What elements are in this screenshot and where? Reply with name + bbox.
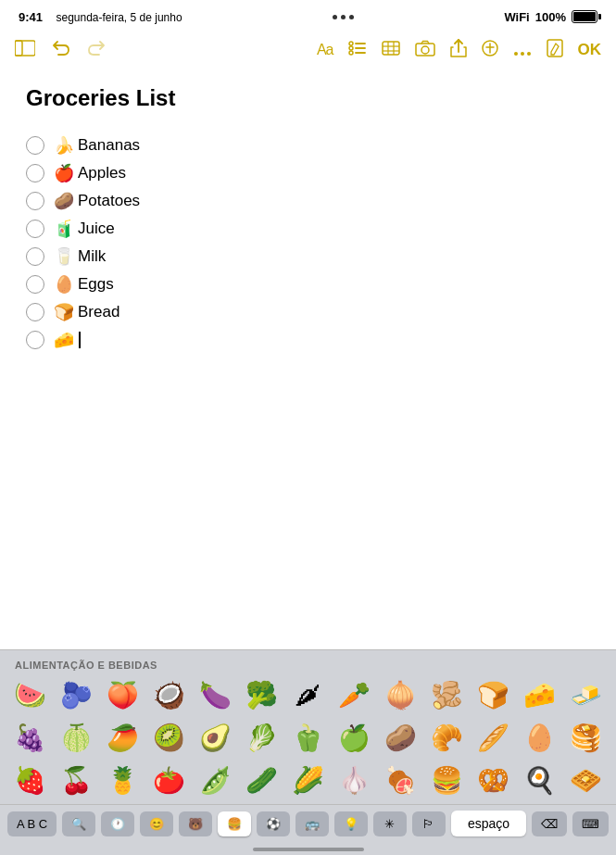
list-item[interactable]: 🍌 Bananas bbox=[26, 133, 590, 157]
emoji-onion[interactable]: 🧅 bbox=[378, 674, 422, 715]
toolbar: Aa bbox=[0, 30, 616, 70]
item-content: 🍞 Bread bbox=[54, 302, 119, 322]
list-item[interactable]: 🍎 Apples bbox=[26, 161, 590, 185]
ok-button[interactable]: OK bbox=[578, 41, 602, 59]
list-item[interactable]: 🧀 bbox=[26, 328, 590, 352]
signal-strength: 100% bbox=[535, 10, 566, 24]
emoji-frying-pan[interactable]: 🍳 bbox=[517, 760, 561, 800]
svg-point-5 bbox=[349, 42, 353, 45]
format-text-button[interactable]: Aa bbox=[317, 42, 333, 58]
emoji-pepper[interactable]: 🌶 bbox=[285, 674, 330, 715]
sports-button[interactable]: ⚽ bbox=[257, 811, 290, 836]
objects-button[interactable]: 💡 bbox=[334, 811, 368, 836]
checkbox[interactable] bbox=[26, 303, 44, 321]
emoji-cherries[interactable]: 🍒 bbox=[55, 760, 99, 800]
emoji-bellpepper[interactable]: 🫑 bbox=[285, 717, 330, 758]
pencil-button[interactable] bbox=[547, 39, 563, 62]
emoji-butter[interactable]: 🧈 bbox=[563, 674, 608, 715]
list-item[interactable]: 🥔 Potatoes bbox=[26, 189, 590, 213]
battery-icon bbox=[572, 10, 597, 23]
emoji-waffle[interactable]: 🧇 bbox=[563, 760, 608, 800]
item-content: 🧃 Juice bbox=[54, 219, 115, 239]
list-item[interactable]: 🧃 Juice bbox=[26, 217, 590, 241]
highlighter-button[interactable] bbox=[482, 39, 498, 62]
emoji-potato[interactable]: 🥔 bbox=[378, 717, 422, 758]
battery-fill bbox=[573, 12, 596, 21]
share-button[interactable] bbox=[450, 39, 467, 62]
emoji-kiwi[interactable]: 🥝 bbox=[147, 717, 192, 758]
emoji-pretzel[interactable]: 🥨 bbox=[471, 760, 515, 800]
emoji-broccoli[interactable]: 🥦 bbox=[240, 674, 284, 715]
travel-button[interactable]: 🚌 bbox=[295, 811, 329, 836]
emoji-baguette[interactable]: 🥖 bbox=[471, 717, 515, 758]
emoji-cucumber[interactable]: 🥒 bbox=[240, 760, 284, 800]
svg-point-14 bbox=[421, 46, 429, 54]
emoji-avocado[interactable]: 🥑 bbox=[194, 717, 238, 758]
emoji-apple-green[interactable]: 🍏 bbox=[332, 717, 376, 758]
emoji-cheese[interactable]: 🧀 bbox=[517, 674, 561, 715]
wifi-icon: WiFi bbox=[504, 10, 529, 24]
emoji-row: 🍇 🍈 🥭 🥝 🥑 🥬 🫑 🍏 🥔 🥐 🥖 🥚 🥞 bbox=[7, 717, 609, 758]
redo-button[interactable] bbox=[87, 40, 106, 61]
sidebar-toggle-button[interactable] bbox=[15, 40, 35, 61]
status-bar: 9:41 segunda-feira, 5 de junho WiFi 100% bbox=[0, 0, 616, 30]
emoji-peas[interactable]: 🫛 bbox=[194, 760, 238, 800]
abc-button[interactable]: A B C bbox=[7, 811, 57, 836]
emoji-pancakes[interactable]: 🥞 bbox=[563, 717, 608, 758]
note-area: Groceries List 🍌 Bananas 🍎 Apples 🥔 Pota… bbox=[0, 70, 616, 352]
emoji-lettuce[interactable]: 🥬 bbox=[240, 717, 284, 758]
item-content: 🍎 Apples bbox=[54, 163, 126, 183]
animals-button[interactable]: 🐻 bbox=[179, 811, 212, 836]
list-item[interactable]: 🥚 Eggs bbox=[26, 272, 590, 296]
emoji-bread[interactable]: 🍞 bbox=[471, 674, 515, 715]
checkbox[interactable] bbox=[26, 220, 44, 238]
checkbox[interactable] bbox=[26, 275, 44, 294]
emoji-grapes[interactable]: 🍇 bbox=[8, 717, 53, 758]
svg-point-18 bbox=[527, 52, 531, 56]
checkbox[interactable] bbox=[26, 136, 44, 155]
checkbox[interactable] bbox=[26, 164, 44, 182]
svg-rect-1 bbox=[15, 41, 35, 56]
emoji-meat[interactable]: 🍖 bbox=[378, 760, 422, 800]
search-button[interactable]: 🔍 bbox=[62, 811, 95, 836]
emoji-pineapple[interactable]: 🍍 bbox=[101, 760, 145, 800]
table-button[interactable] bbox=[382, 40, 400, 61]
flags-button[interactable]: 🏳 bbox=[412, 811, 446, 836]
symbols-button[interactable]: ✳ bbox=[373, 811, 407, 836]
list-item[interactable]: 🥛 Milk bbox=[26, 245, 590, 269]
keyboard-switch-button[interactable]: ⌨ bbox=[572, 811, 609, 836]
emoji-peach[interactable]: 🍑 bbox=[101, 674, 145, 715]
delete-button[interactable]: ⌫ bbox=[532, 811, 567, 836]
emoji-mango[interactable]: 🥭 bbox=[101, 717, 145, 758]
emoji-oil[interactable]: 🫚 bbox=[424, 674, 469, 715]
emoji-eggplant[interactable]: 🍆 bbox=[194, 674, 238, 715]
emoji-watermelon[interactable]: 🍉 bbox=[8, 674, 53, 715]
emoji-carrot[interactable]: 🥕 bbox=[332, 674, 376, 715]
emoji-melon[interactable]: 🍈 bbox=[55, 717, 99, 758]
status-dots bbox=[333, 15, 354, 19]
emoji-coconut[interactable]: 🥥 bbox=[147, 674, 192, 715]
emoji-burger[interactable]: 🍔 bbox=[424, 760, 469, 800]
more-button[interactable] bbox=[513, 40, 532, 61]
emoji-tomato[interactable]: 🍅 bbox=[147, 760, 192, 800]
emoji-egg[interactable]: 🥚 bbox=[517, 717, 561, 758]
checklist-button[interactable] bbox=[348, 40, 367, 61]
toolbar-left bbox=[15, 40, 317, 61]
svg-rect-8 bbox=[383, 42, 399, 55]
checkbox[interactable] bbox=[26, 247, 44, 266]
camera-button[interactable] bbox=[415, 40, 435, 61]
emoji-croissant[interactable]: 🥐 bbox=[424, 717, 469, 758]
emoji-category-label: ALIMENTAÇÃO E BEBIDAS bbox=[0, 650, 616, 674]
emoji-blueberry[interactable]: 🫐 bbox=[55, 674, 99, 715]
emoji-garlic[interactable]: 🧄 bbox=[332, 760, 376, 800]
undo-button[interactable] bbox=[52, 40, 70, 61]
emoji-strawberry[interactable]: 🍓 bbox=[8, 760, 53, 800]
smiley-button[interactable]: 😊 bbox=[140, 811, 173, 836]
recents-button[interactable]: 🕐 bbox=[101, 811, 134, 836]
checkbox[interactable] bbox=[26, 192, 44, 210]
food-button[interactable]: 🍔 bbox=[218, 811, 251, 836]
emoji-corn[interactable]: 🌽 bbox=[285, 760, 330, 800]
checkbox[interactable] bbox=[26, 331, 44, 349]
space-button[interactable]: espaço bbox=[451, 811, 526, 836]
list-item[interactable]: 🍞 Bread bbox=[26, 300, 590, 324]
